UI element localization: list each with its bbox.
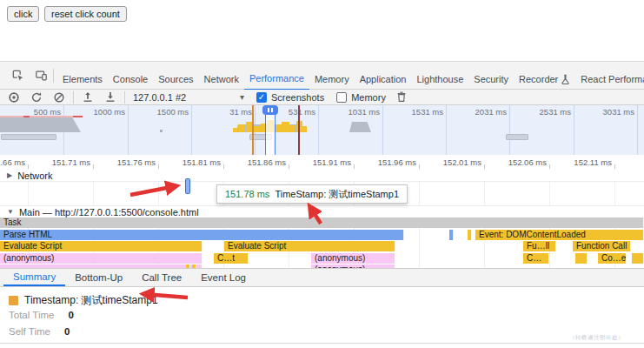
ruler-tick-label: 151.81 ms: [160, 157, 221, 167]
caret-down-icon: ▾: [240, 92, 244, 102]
overview-tick-label: 2531 ms: [519, 107, 571, 117]
summary-legend: Timestamp: 测试timeStamp1: [9, 293, 158, 308]
tab-console[interactable]: Console: [108, 68, 153, 90]
scripting-activity-bar: [302, 126, 307, 132]
overview-tick-label: 2031 ms: [455, 107, 507, 117]
profile-select[interactable]: 127.0.0.1 #2 ▾: [133, 92, 244, 103]
overview-grid-line: [191, 105, 192, 155]
overview-grid-line: [509, 105, 510, 155]
save-profile-icon[interactable]: [104, 91, 116, 104]
ruler-tick-label: 151.96 ms: [355, 157, 416, 167]
overview-tick-label: 3031 ms: [582, 107, 634, 117]
tab-elements[interactable]: Elements: [57, 68, 108, 90]
trash-icon[interactable]: [396, 91, 407, 103]
overview-grid-line: [382, 105, 383, 155]
screenshots-label: Screenshots: [271, 92, 324, 103]
summary-stat-label: Self Time: [9, 326, 50, 337]
flame-bar-evaluate-script[interactable]: Evaluate Script: [224, 241, 395, 251]
flame-bar-c-[interactable]: C…: [523, 253, 549, 264]
network-section-header[interactable]: ▶ Network: [0, 170, 644, 182]
summary-stat-value: 0: [68, 310, 73, 320]
screenshots-checkbox[interactable]: ✓ Screenshots: [256, 92, 324, 103]
reload-icon[interactable]: [30, 91, 43, 104]
overview-grid-line: [574, 105, 574, 155]
details-tab-call-tree[interactable]: Call Tree: [132, 269, 191, 286]
network-section-label: Network: [17, 171, 52, 181]
scripting-activity-bar: [275, 124, 281, 132]
overview-grid-line: [318, 105, 319, 155]
tab-performance[interactable]: Performance: [244, 68, 309, 90]
tab-react-performance[interactable]: React Performance: [575, 68, 644, 90]
flame-bar-c-t[interactable]: C…t: [214, 253, 249, 264]
overview-grid-line: [446, 105, 447, 155]
device-toolbar-icon[interactable]: [35, 69, 48, 82]
details-tab-bar: SummaryBottom-UpCall TreeEvent Log: [0, 268, 644, 287]
flame-bar-fu-ll[interactable]: Fu…ll: [523, 241, 556, 251]
tab-recorder[interactable]: Recorder: [514, 68, 575, 90]
flame-bar[interactable]: [632, 253, 644, 264]
checkbox-unchecked-icon[interactable]: [336, 92, 347, 103]
tab-memory[interactable]: Memory: [309, 68, 355, 90]
flask-icon: [561, 74, 570, 84]
flame-bar[interactable]: [575, 253, 588, 264]
cpu-activity-shape: [349, 122, 371, 132]
tab-network[interactable]: Network: [199, 68, 244, 90]
flame-bar-task[interactable]: Task: [0, 218, 644, 228]
ruler-tick-label: 151.86 ms: [225, 157, 286, 167]
overview-orange-line: [252, 105, 254, 155]
overview-tick-label: 31 ms: [200, 107, 252, 117]
watermark: （转载请注明出处）: [569, 334, 624, 342]
divider: [124, 91, 125, 104]
record-icon[interactable]: [8, 91, 20, 104]
disclosure-collapsed-icon[interactable]: ▶: [7, 171, 12, 179]
memory-label: Memory: [351, 92, 386, 103]
summary-stat-row: Self Time0: [9, 326, 70, 337]
grip-line: [271, 108, 273, 112]
overview-grid-line: [128, 105, 129, 155]
tooltip-label: TimeStamp: 测试timeStamp1: [275, 188, 399, 201]
flame-bar--anonymous-[interactable]: (anonymous): [0, 253, 202, 264]
ruler-tick-label: 152.06 ms: [486, 157, 547, 167]
tab-lighthouse[interactable]: Lighthouse: [411, 68, 468, 90]
tab-application[interactable]: Application: [355, 68, 412, 90]
flame-bar-evaluate-script[interactable]: Evaluate Script: [0, 241, 202, 251]
details-tab-bottom-up[interactable]: Bottom-Up: [65, 269, 132, 286]
ruler-tick-label: 152.01 ms: [421, 157, 481, 167]
long-task-red-segment: [73, 116, 83, 117]
inspect-element-icon[interactable]: [11, 69, 24, 82]
ruler-tick-label: 151.76 ms: [95, 157, 156, 167]
grip-line: [268, 108, 269, 112]
selection-grip-handle[interactable]: [262, 105, 278, 115]
performance-toolbar: 127.0.0.1 #2 ▾ ✓ Screenshots Memory: [0, 90, 644, 105]
memory-checkbox[interactable]: Memory: [336, 92, 386, 103]
summary-stat-label: Total Time: [9, 310, 54, 320]
overview-tick-label: 1500 ms: [136, 107, 189, 117]
details-tab-event-log[interactable]: Event Log: [191, 269, 256, 286]
main-section-header[interactable]: ▼ Main — http://127.0.0.1:5500/console.h…: [0, 205, 644, 218]
load-profile-icon[interactable]: [82, 91, 94, 104]
timeline-overview[interactable]: 500 ms1000 ms1500 ms31 ms531 ms1031 ms15…: [0, 105, 644, 155]
scripting-activity-bar: [290, 125, 295, 132]
summary-panel: Timestamp: 测试timeStamp1 Total Time0Self …: [0, 287, 644, 344]
reset-click-count-button[interactable]: reset click count: [44, 6, 127, 22]
clear-icon[interactable]: [53, 91, 65, 104]
flame-bar[interactable]: [449, 230, 454, 240]
flame-bar[interactable]: [468, 230, 472, 240]
checkbox-checked-icon[interactable]: ✓: [256, 92, 267, 103]
details-tab-summary[interactable]: Summary: [3, 269, 65, 286]
flame-bar--anonymous-[interactable]: (anonymous): [311, 253, 395, 264]
click-button[interactable]: click: [7, 6, 39, 22]
disclosure-expanded-icon[interactable]: ▼: [7, 208, 14, 216]
tab-sources[interactable]: Sources: [153, 68, 198, 90]
flame-bar-co-e[interactable]: Co…e: [598, 253, 627, 264]
flame-bar-parse-html[interactable]: Parse HTML: [0, 230, 404, 240]
divider: [73, 91, 74, 104]
flame-bar-event-domcontentloaded[interactable]: Event: DOMContentLoaded: [475, 230, 644, 240]
profile-select-value: 127.0.0.1 #2: [133, 92, 186, 103]
summary-stat-row: Total Time0: [9, 310, 74, 320]
timestamp-marker[interactable]: [185, 178, 190, 194]
tab-security[interactable]: Security: [468, 68, 514, 90]
flame-bar-function-call[interactable]: Function Call: [573, 241, 631, 251]
long-task-red-segment: [23, 116, 30, 117]
timestamp-color-swatch: [9, 296, 18, 305]
